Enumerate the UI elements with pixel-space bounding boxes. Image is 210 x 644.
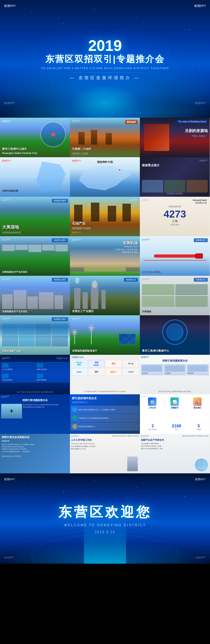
hero-title-main: 东营区双招双引|专题推介会 <box>45 53 165 65</box>
slide-27-globe <box>195 458 208 471</box>
slide-13-badge: 省级重点园区 <box>52 278 68 282</box>
policy-txt-c: 税收优惠 <box>188 372 208 374</box>
slide-6: 欧简PPT 旅游景点推介 东营旅游 发展规划 <box>140 157 210 197</box>
pump-sil2 <box>91 202 99 222</box>
slide-17: 欧简PPT 东营城风柴阴能省省厅 <box>70 315 140 355</box>
slide-9-title: 自然资源丰富 <box>164 205 186 208</box>
hero-title-sub: TO DEVELOP FOR A BETTER FUTURE WITH DONG… <box>41 67 169 70</box>
slide-2-logo: 欧简PPT <box>72 120 80 123</box>
slide-9: 欧简PPT Unused land 未利用土地 自然资源丰富 4273 公顷 4… <box>140 197 210 236</box>
slide-15-logo: 欧简PPT <box>142 278 150 281</box>
slide-25: 招商引资社会化奖励办法 奖励比例 固定资产投资满足条件的企业，企业最高人才奖励 … <box>0 434 70 473</box>
ent-icon3: 🏭 <box>193 398 202 406</box>
slide-4-mapshape <box>36 162 66 192</box>
slide-23-title: 新引进的域外危企业 <box>72 396 138 400</box>
slide-27: 欧简PPT Special Funds for Talents Vision 创… <box>140 434 210 473</box>
card3-icon <box>72 424 77 429</box>
ind2 <box>14 290 26 309</box>
slide-16-logo: 欧简PPT <box>2 318 10 320</box>
slide-10-logo: 欧简PPT <box>2 238 10 241</box>
hero-year: 2019 <box>88 37 122 54</box>
policy-card2: 引进高端人才住房补贴购房补贴享受政策 <box>71 414 139 422</box>
slide-7-badge: 省级重点园区 <box>52 199 68 202</box>
slide-1-sub: Huanghe Delta Central City <box>2 151 37 155</box>
slide-22-text: 实行不超过50% PPT以上对投资东营区的企业给予扶持 制度 提供解决方案 提供… <box>23 404 69 418</box>
footer-logo-bottomright: 欧简PPT <box>196 556 206 560</box>
card2-icon <box>72 416 77 420</box>
slide-2-badge: 胜利油田 <box>125 120 138 124</box>
pump2 <box>91 130 97 144</box>
slide-27-title: 创新平台及产学研合作 <box>141 438 209 442</box>
ent-unit2: 万元 <box>172 428 181 431</box>
slide-27-label: Special Funds for Talents Vision <box>182 435 209 437</box>
slide-2-sub: 中国 第三 大油田 <box>72 152 88 155</box>
footer-title-main: 东营区欢迎您 <box>58 503 152 521</box>
slide-20-badge: "凤凰挑"企业 <box>71 356 83 359</box>
slide-25-text: 固定资产投资满足条件的企业，企业最高人才奖励 对投资东营区的企业给予扶持奖励 财… <box>2 443 68 457</box>
slide-22-title: 招商引资优惠政策办法 <box>1 398 69 402</box>
policy-txt-a: 资金奖励 <box>142 372 162 374</box>
field1 <box>142 284 175 295</box>
ind5 <box>55 295 63 309</box>
slides-grid: 欧简PPT 黄河三角洲中心城市 Huanghe Delta Central Ci… <box>0 118 210 473</box>
slide-24: 欧简PPT 🏢 上市企业 📈 质量提升 <box>140 394 210 434</box>
ent-label2: 质量提升 <box>171 406 179 409</box>
logo-tencent: Tencent腾讯 <box>71 360 87 368</box>
slide-2-title: 中国第二大油田 <box>72 147 91 151</box>
slide-18: 黄河三角洲大数据中心 <box>140 315 210 355</box>
slide-22: 欧简PPT 招商引资优惠政策办法 ✈ 实行不超过50% PPT以上对投资东营区的… <box>0 394 70 434</box>
slide-9-unit: 公顷 <box>164 219 186 223</box>
slide-16-badge: 省级重点园区 <box>52 318 68 321</box>
slide-14-title: 东营化工产业园区 <box>72 310 94 313</box>
slide-14-badge: 省级重点区 <box>124 278 138 282</box>
b5 <box>55 245 68 252</box>
slide-9-sub: Unused land <box>193 199 207 201</box>
pump-sil3 <box>108 206 116 222</box>
slide-8-title: 石油产业 <box>72 221 85 226</box>
slide-8-sub2: 打打 5 个 <box>72 231 81 234</box>
runway <box>70 267 140 272</box>
card1-icon <box>72 407 77 412</box>
smoke2 <box>92 280 97 288</box>
slide-23: 新引进的域外危企业 鼓励政策奖励办法 域外企业税 年纳税额1亿以上，企业最高人才… <box>70 394 140 434</box>
slide-5-location <box>118 169 121 171</box>
slide-11-title: 东营机场 <box>115 240 138 246</box>
pump-sil1 <box>74 205 83 222</box>
slide-17-logo: 欧简PPT <box>72 318 80 320</box>
slide-4-info: 东营市地理位置 <box>2 189 18 192</box>
slide-21-footer: 实行不超过50%以上对投资东营区的企业给予扶持 <box>141 390 209 392</box>
logo-tools: 工具共享 <box>122 368 139 376</box>
logo-guowang: 国网 <box>88 368 105 376</box>
slide-8-sub: 城市能源产业发展 <box>72 227 90 230</box>
slide-9-logo: 欧简PPT <box>142 199 150 202</box>
pond8 <box>52 336 68 346</box>
policy-txt-b: 土地政策 <box>165 372 185 374</box>
slide-26: 欧简PPT Special Funds for Talents Vision 人… <box>70 434 140 473</box>
slide-4: 欧简PPT 东营市地理位置 <box>0 157 70 197</box>
b2 <box>15 245 28 250</box>
logo-suez: SUEZ <box>71 368 87 376</box>
slide-1-title: 黄河三角洲中心城市 <box>2 147 27 151</box>
slide-6-title: 旅游景点推介 <box>142 164 160 167</box>
slide-25-sub: 奖励比例 <box>2 440 68 442</box>
slide-8-logo: 欧简PPT <box>130 199 138 202</box>
solar-panel <box>119 334 136 344</box>
slide-3-figure <box>144 124 169 151</box>
slide-27-text: 已认识到解决了解的研究院 设有 科研院 技术研发中心 共建 拥有 25.32 项… <box>141 442 209 450</box>
slide-21-logo: 欧简PPT <box>141 356 149 359</box>
pond1 <box>2 324 18 335</box>
slides-section: 欧简PPT 黄河三角洲中心城市 Huanghe Delta Central Ci… <box>0 118 210 473</box>
slide-7-title: 大美湿地 <box>2 224 19 230</box>
ind4 <box>39 292 53 309</box>
slide-19-footer: 提供了解决了解决认为提供提供 提供的解决思想 <box>1 391 69 393</box>
pond2 <box>19 324 35 335</box>
slide-6-logo: 欧简PPT <box>200 159 208 162</box>
ent-unit3: 个园区 <box>196 428 201 431</box>
tower4 <box>101 290 106 309</box>
train <box>154 254 203 258</box>
slide-11-logo: 欧简PPT <box>72 238 81 242</box>
ent-label3: 重点园区 <box>193 406 202 409</box>
footer-section: 欧简PPT 欧简PPT 欧简PPT 欧简PPT 东营区欢迎您 WELCOME T… <box>0 473 210 564</box>
slide-13: 欧简PPT 省级重点园区 东营高新技术产业开发区 <box>0 276 70 315</box>
policy-img3 <box>2 374 8 378</box>
